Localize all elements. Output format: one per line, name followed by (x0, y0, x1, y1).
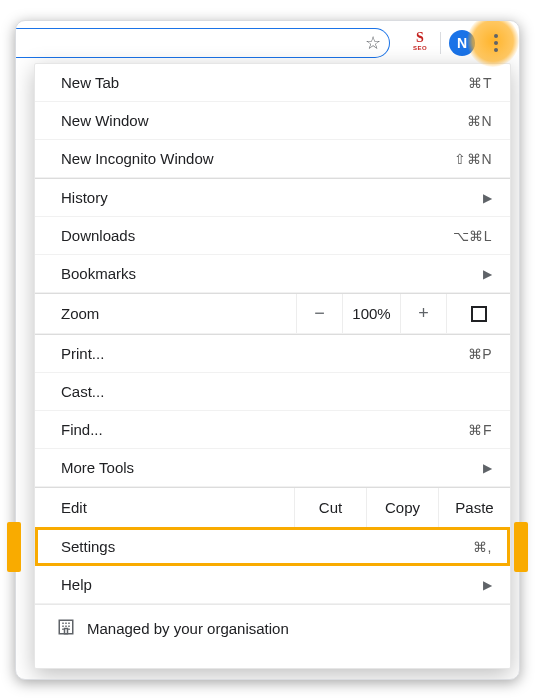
chevron-right-icon: ▶ (483, 267, 492, 281)
chrome-menu-button[interactable] (479, 26, 513, 60)
menu-label: More Tools (61, 459, 483, 476)
menu-item-new-window[interactable]: New Window ⌘N (35, 102, 510, 140)
menu-item-more-tools[interactable]: More Tools ▶ (35, 449, 510, 487)
menu-label: New Window (61, 112, 467, 129)
menu-item-help[interactable]: Help ▶ (35, 566, 510, 604)
menu-label: Find... (61, 421, 468, 438)
chevron-right-icon: ▶ (483, 191, 492, 205)
menu-label: New Incognito Window (61, 150, 454, 167)
toolbar-separator (440, 32, 441, 54)
menu-item-managed[interactable]: Managed by your organisation (35, 604, 510, 652)
menu-item-history[interactable]: History ▶ (35, 179, 510, 217)
menu-item-find[interactable]: Find... ⌘F (35, 411, 510, 449)
edit-copy-button[interactable]: Copy (366, 488, 438, 527)
menu-label: Print... (61, 345, 468, 362)
zoom-controls: − 100% + (296, 294, 510, 333)
menu-item-edit: Edit Cut Copy Paste (35, 488, 510, 528)
menu-label: Cast... (61, 383, 492, 400)
zoom-out-button[interactable]: − (296, 294, 342, 333)
avatar-initial: N (457, 35, 467, 51)
menu-label: Zoom (61, 305, 296, 322)
menu-label: History (61, 189, 483, 206)
building-icon (57, 618, 75, 639)
fullscreen-icon (471, 306, 487, 322)
zoom-percent: 100% (342, 294, 400, 333)
menu-shortcut: ⌘T (468, 75, 492, 91)
menu-item-new-tab[interactable]: New Tab ⌘T (35, 64, 510, 102)
menu-shortcut: ⌘, (473, 539, 492, 555)
menu-label: Edit (61, 499, 294, 516)
fullscreen-button[interactable] (446, 294, 510, 333)
menu-shortcut: ⌘N (467, 113, 492, 129)
edit-cut-button[interactable]: Cut (294, 488, 366, 527)
kebab-icon (485, 32, 507, 54)
chevron-right-icon: ▶ (483, 461, 492, 475)
menu-label: Downloads (61, 227, 453, 244)
menu-shortcut: ⌘P (468, 346, 492, 362)
chrome-main-menu: New Tab ⌘T New Window ⌘N New Incognito W… (34, 63, 511, 669)
menu-item-print[interactable]: Print... ⌘P (35, 335, 510, 373)
menu-shortcut: ⌘F (468, 422, 492, 438)
menu-shortcut: ⌥⌘L (453, 228, 492, 244)
chevron-right-icon: ▶ (483, 578, 492, 592)
zoom-in-button[interactable]: + (400, 294, 446, 333)
menu-item-zoom: Zoom − 100% + (35, 294, 510, 334)
edit-actions: Cut Copy Paste (294, 488, 510, 527)
extension-letter: S (416, 33, 424, 43)
managed-label: Managed by your organisation (87, 620, 289, 637)
menu-item-settings[interactable]: Settings ⌘, (35, 528, 510, 566)
menu-item-new-incognito[interactable]: New Incognito Window ⇧⌘N (35, 140, 510, 178)
edit-paste-button[interactable]: Paste (438, 488, 510, 527)
extension-seo-icon[interactable]: S SEO (408, 31, 432, 55)
extension-sub: SEO (413, 43, 427, 53)
menu-item-bookmarks[interactable]: Bookmarks ▶ (35, 255, 510, 293)
browser-toolbar: ☆ S SEO N (16, 21, 519, 65)
menu-label: Bookmarks (61, 265, 483, 282)
menu-label: Settings (61, 538, 473, 555)
menu-item-cast[interactable]: Cast... (35, 373, 510, 411)
address-bar[interactable]: ☆ (16, 28, 390, 58)
profile-avatar[interactable]: N (449, 30, 475, 56)
bookmark-star-icon[interactable]: ☆ (365, 32, 381, 54)
browser-window: ☆ S SEO N New Tab ⌘T New Window ⌘N New I… (15, 20, 520, 680)
menu-shortcut: ⇧⌘N (454, 151, 492, 167)
menu-item-downloads[interactable]: Downloads ⌥⌘L (35, 217, 510, 255)
menu-label: Help (61, 576, 483, 593)
menu-label: New Tab (61, 74, 468, 91)
svg-rect-9 (65, 629, 68, 634)
